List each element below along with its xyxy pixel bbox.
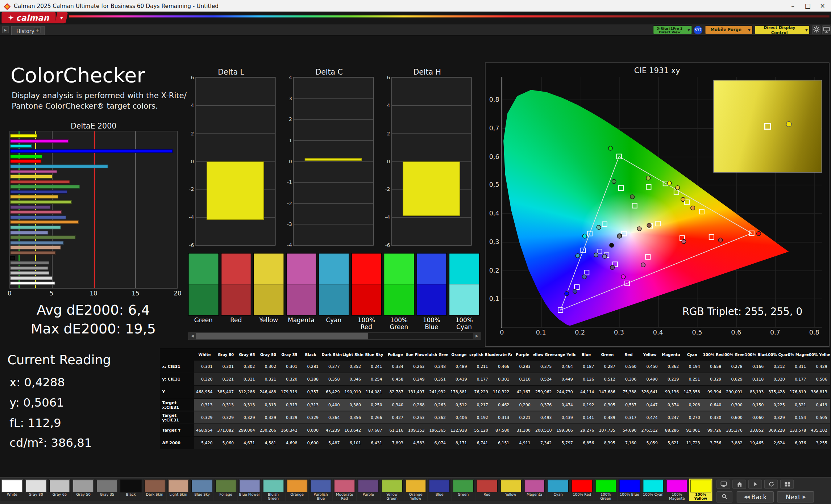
- patch-button-White[interactable]: White: [0, 479, 24, 501]
- table-col-header: Yellow Green: [533, 349, 554, 360]
- measurement-table: WhiteGray 80Gray 65Gray 50Gray 35BlackDa…: [160, 348, 830, 449]
- patch-button-Orange[interactable]: Orange: [286, 479, 309, 501]
- table-cell: 0,400: [321, 399, 342, 411]
- patch-button-Cyan[interactable]: Cyan: [547, 479, 570, 501]
- patch-button-Blue[interactable]: Blue: [428, 479, 451, 501]
- patch-button-Moderate Red[interactable]: Moderate Red: [333, 479, 356, 501]
- swatch-colors: [286, 253, 316, 316]
- patch-button-Black[interactable]: Black: [119, 479, 142, 501]
- table-cell: 99,726: [703, 424, 724, 436]
- table-cell: 19,465: [745, 437, 766, 449]
- table-col-header: Orange: [448, 349, 469, 360]
- table-cell: 0,449: [554, 373, 576, 386]
- next-button[interactable]: Next ▶: [777, 491, 814, 503]
- patch-button-Purple[interactable]: Purple: [357, 479, 380, 501]
- delta-axis-label: -2: [185, 186, 194, 192]
- scrollbar-thumb[interactable]: [196, 333, 368, 340]
- gear-icon: [813, 25, 820, 35]
- cie-y-tick: 0,5: [489, 181, 499, 188]
- reading-cdm2: cd/m²: 386,81: [9, 433, 92, 453]
- meter-dropdown[interactable]: X-Rite i1Pro 3 Direct View ▼: [653, 25, 692, 34]
- table-cell: 5,059: [639, 437, 660, 449]
- play-button[interactable]: [748, 480, 762, 489]
- patch-button-100% Yellow[interactable]: 100% Yellow: [689, 479, 712, 501]
- preview-monitor-button[interactable]: [716, 480, 730, 489]
- patch-button-Yellow Green[interactable]: Yellow Green: [381, 479, 404, 501]
- swatch-measured-color: [449, 284, 479, 315]
- table-col-header: Foliage: [385, 349, 406, 360]
- logo-menu-dropdown[interactable]: ▼: [55, 12, 68, 24]
- patch-button-Blue Sky[interactable]: Blue Sky: [191, 479, 214, 501]
- patch-button-Purplish Blue[interactable]: Purplish Blue: [309, 479, 332, 501]
- search-button[interactable]: [716, 491, 732, 503]
- deltae-bar-100% Yellow: [10, 134, 37, 138]
- patch-button-Light Skin[interactable]: Light Skin: [167, 479, 190, 501]
- table-col-header: 100% Green: [724, 349, 745, 360]
- table-cell: 8,171: [448, 437, 469, 449]
- maximize-icon[interactable]: □: [800, 0, 815, 12]
- patch-button-Bluish Green[interactable]: Bluish Green: [262, 479, 285, 501]
- patch-label: Foliage: [214, 493, 237, 497]
- swatch-label: Yellow: [253, 317, 284, 324]
- back-button[interactable]: ◀◀ Back: [737, 491, 774, 503]
- cie-x-tick: 0,8: [809, 329, 819, 336]
- cie-measured-point-100% Red: [757, 231, 761, 236]
- grid-view-button[interactable]: [780, 480, 794, 489]
- delta-axis-label: 3: [283, 95, 292, 101]
- display-control-dropdown[interactable]: Direct Display Control ▼: [755, 25, 810, 34]
- patch-button-100% Green[interactable]: 100% Green: [594, 479, 617, 501]
- patch-button-Magenta[interactable]: Magenta: [523, 479, 546, 501]
- patch-button-Gray 80[interactable]: Gray 80: [24, 479, 47, 501]
- patch-button-100% Blue[interactable]: 100% Blue: [618, 479, 641, 501]
- table-row: Y468,954385,407312,286246,488179,3190,35…: [160, 385, 830, 398]
- patch-label: Gray 50: [72, 493, 95, 497]
- patch-button-Gray 50[interactable]: Gray 50: [72, 479, 95, 501]
- cie-measured-point-Blue Flower: [602, 254, 607, 259]
- display-settings-button[interactable]: [822, 25, 830, 34]
- patch-label: Gray 80: [24, 493, 47, 497]
- patch-button-Gray 35[interactable]: Gray 35: [96, 479, 119, 501]
- patch-button-Orange Yellow[interactable]: Orange Yellow: [404, 479, 427, 501]
- table-col-header: Blue: [576, 349, 597, 360]
- refresh-button[interactable]: [764, 480, 778, 489]
- table-cell: 0,210: [512, 373, 533, 386]
- minimize-icon[interactable]: –: [785, 0, 800, 12]
- table-cell: 371,082: [215, 424, 236, 436]
- grid-icon: [784, 479, 790, 489]
- table-cell: 0,268: [406, 399, 427, 411]
- patch-label: 100% Yellow: [689, 493, 712, 501]
- delta-gridline: [294, 182, 373, 182]
- scrollbar-track[interactable]: [196, 333, 473, 340]
- patch-button-Gray 65[interactable]: Gray 65: [48, 479, 71, 501]
- deltae-bar-row: [10, 205, 177, 210]
- settings-button[interactable]: [812, 25, 820, 34]
- patch-button-Foliage[interactable]: Foliage: [214, 479, 237, 501]
- table-cell: 0,219: [660, 373, 681, 386]
- table-cell: 0,489: [597, 411, 618, 424]
- patch-button-Red[interactable]: Red: [475, 479, 499, 501]
- table-row-label: Target Y: [160, 424, 194, 436]
- home-button[interactable]: [732, 480, 746, 489]
- patch-button-Blue Flower[interactable]: Blue Flower: [238, 479, 261, 501]
- table-cell: 31,300: [512, 424, 533, 436]
- swatch-scrollbar[interactable]: ◀ ▶: [188, 332, 481, 340]
- patch-button-Dark Skin[interactable]: Dark Skin: [143, 479, 166, 501]
- history-expander-icon[interactable]: ▶: [2, 26, 9, 33]
- reading-y: y: 0,5061: [9, 393, 92, 413]
- patch-button-100% Red[interactable]: 100% Red: [570, 479, 594, 501]
- scroll-left-icon[interactable]: ◀: [189, 333, 196, 340]
- swatch-colors: [416, 253, 447, 316]
- patch-button-100% Magenta[interactable]: 100% Magenta: [665, 479, 689, 501]
- patch-button-Green[interactable]: Green: [452, 479, 475, 501]
- cie-measured-point-Yellow: [676, 186, 680, 190]
- patch-button-100% Cyan[interactable]: 100% Cyan: [641, 479, 665, 501]
- swatch-colors: [221, 253, 251, 316]
- scroll-right-icon[interactable]: ▶: [473, 333, 481, 340]
- deltae-bar-Black: [10, 256, 15, 260]
- table-cell: 82,787: [385, 386, 406, 398]
- deltae-bar-row: [10, 235, 177, 240]
- patch-button-Yellow[interactable]: Yellow: [499, 479, 522, 501]
- add-tab-button[interactable]: +: [34, 27, 41, 34]
- source-dropdown[interactable]: Mobile Forge ▼: [705, 25, 753, 34]
- close-icon[interactable]: ×: [815, 0, 830, 12]
